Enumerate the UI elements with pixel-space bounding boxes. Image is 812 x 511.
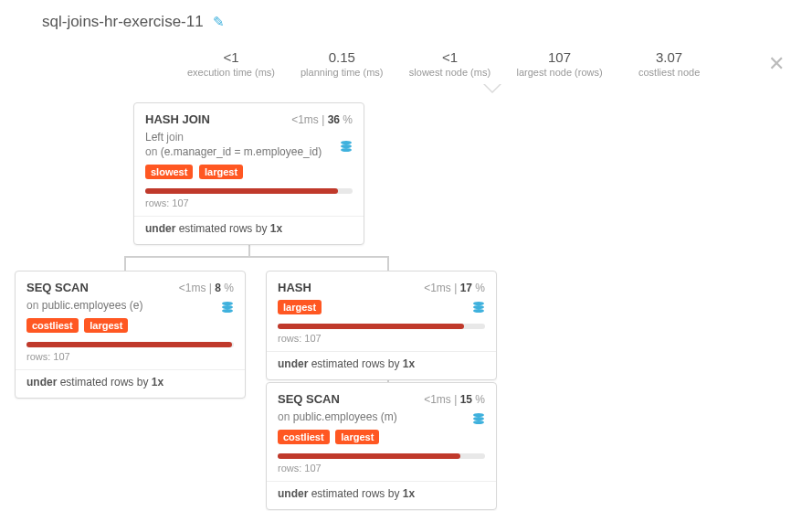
svg-point-11 [473,413,484,417]
stat-costliest-node: 3.07 costliest node [628,49,711,78]
node-tags: largest [278,300,485,314]
tag-costliest: costliest [26,318,79,333]
tag-largest: largest [278,300,322,314]
node-metrics: <1ms | 8 % [179,282,234,294]
tag-slowest: slowest [145,165,193,179]
connector [124,256,126,271]
rows-label: rows: 107 [278,333,485,344]
node-detail: Left join on (e.manager_id = m.employee_… [145,130,353,159]
database-icon [221,301,234,316]
svg-point-2 [341,141,352,144]
node-tags: costliest largest [26,318,234,333]
svg-point-5 [222,302,233,305]
node-detail: on public.employees (m) [278,410,485,424]
stat-value: 107 [516,49,602,65]
progress-bar [145,188,353,194]
stat-label: largest node (rows) [516,67,602,78]
stat-value: <1 [408,49,490,65]
node-detail: on public.employees (e) [26,298,234,313]
tag-largest: largest [335,430,379,444]
database-icon [472,301,485,316]
progress-bar [278,453,485,459]
stat-label: costliest node [628,67,711,78]
node-name: SEQ SCAN [278,392,340,406]
estimate-text: under estimated rows by 1x [145,222,353,235]
stat-slowest-node: <1 slowest node (ms) [408,49,490,78]
node-seq-scan-e[interactable]: SEQ SCAN <1ms | 8 % on public.employees … [15,271,246,399]
node-tags: costliest largest [278,430,485,444]
rows-label: rows: 107 [145,197,353,208]
node-name: HASH [278,281,311,294]
close-icon[interactable]: ✕ [768,52,785,76]
tag-largest: largest [199,165,243,179]
stat-value: <1 [187,49,275,65]
svg-point-4 [341,148,352,152]
stats-bar: <1 execution time (ms) 0.15 planning tim… [187,49,785,78]
estimate-text: under estimated rows by 1x [278,487,485,500]
progress-bar [278,324,485,329]
rows-label: rows: 107 [26,351,234,362]
rows-label: rows: 107 [278,463,485,474]
estimate-text: under estimated rows by 1x [26,376,234,389]
node-tags: slowest largest [145,165,353,179]
stat-value: 3.07 [628,49,711,65]
node-name: HASH JOIN [145,112,210,126]
edit-icon[interactable]: ✎ [213,14,225,30]
stat-label: execution time (ms) [187,67,275,78]
connector [387,256,389,271]
svg-point-3 [341,144,352,148]
stat-label: planning time (ms) [301,67,383,78]
svg-point-9 [473,305,484,309]
svg-point-12 [473,417,484,421]
stat-planning-time: 0.15 planning time (ms) [301,49,383,78]
progress-bar [26,342,234,347]
node-metrics: <1ms | 17 % [424,282,485,294]
svg-point-8 [473,302,484,305]
node-hash-join[interactable]: HASH JOIN <1ms | 36 % Left join on (e.ma… [133,102,364,245]
node-name: SEQ SCAN [26,281,89,294]
stat-largest-node: 107 largest node (rows) [516,49,602,78]
database-icon [472,412,485,428]
tag-largest: largest [84,318,128,333]
tag-costliest: costliest [278,430,330,444]
node-metrics: <1ms | 15 % [424,393,485,406]
estimate-text: under estimated rows by 1x [278,357,485,370]
svg-point-7 [222,309,233,313]
pointer-icon [483,84,501,93]
stat-value: 0.15 [301,49,383,65]
database-icon [340,140,353,155]
node-seq-scan-m[interactable]: SEQ SCAN <1ms | 15 % on public.employees… [266,382,497,510]
svg-point-10 [473,309,484,313]
svg-point-13 [473,421,484,424]
stat-execution-time: <1 execution time (ms) [187,49,275,78]
node-metrics: <1ms | 36 % [291,113,353,126]
node-hash[interactable]: HASH <1ms | 17 % largest rows: 107 under… [266,271,497,380]
svg-point-6 [222,305,233,309]
page-title: sql-joins-hr-exercise-11 [42,13,204,31]
stat-label: slowest node (ms) [408,67,490,78]
connector [124,256,389,258]
plan-tree: HASH JOIN <1ms | 36 % Left join on (e.ma… [15,102,812,511]
